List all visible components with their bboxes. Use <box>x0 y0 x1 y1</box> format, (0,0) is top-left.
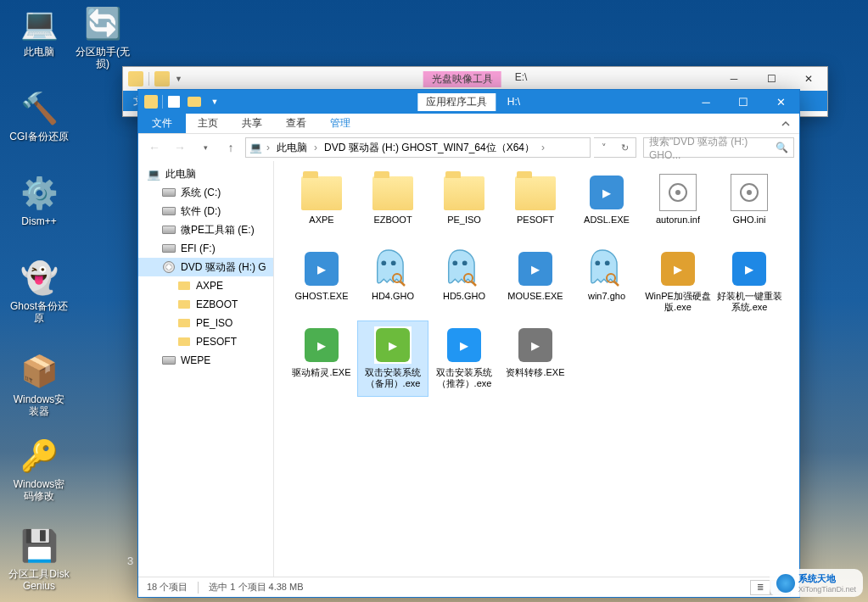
up-button[interactable]: ↑ <box>220 137 242 159</box>
tree-label: 此电脑 <box>165 167 196 181</box>
contextual-tool-label[interactable]: 应用程序工具 <box>417 93 496 111</box>
minimize-button[interactable]: ─ <box>715 67 753 91</box>
pc-icon: 💻 <box>147 167 160 181</box>
svg-line-15 <box>614 281 619 286</box>
file-item[interactable]: win7.gho <box>571 244 642 321</box>
desktop-icon-cgi[interactable]: 🔨CGI备份还原 <box>8 88 70 142</box>
tree-item[interactable]: PE_ISO <box>138 314 273 332</box>
back-button[interactable]: ← <box>143 137 165 159</box>
file-name: GHO.ini <box>732 215 765 226</box>
file-item[interactable]: ▸双击安装系统（备用）.exe <box>357 321 428 397</box>
nav-tree[interactable]: 💻此电脑系统 (C:)软件 (D:)微PE工具箱 (E:)EFI (F:)DVD… <box>138 161 274 577</box>
crumb-drive[interactable]: DVD 驱动器 (H:) GHOST_WIN7_64位（X64） <box>322 141 537 155</box>
refresh-button[interactable]: ↻ <box>615 138 636 157</box>
search-input[interactable]: 搜索"DVD 驱动器 (H:) GHO... 🔍 <box>643 137 794 158</box>
titlebar[interactable]: ▼ 光盘映像工具 E:\ ─ ☐ ✕ <box>123 67 827 91</box>
drive-icon <box>162 223 176 237</box>
details-view-button[interactable]: ≣ <box>750 580 770 595</box>
file-item[interactable]: ▸ADSL.EXE <box>571 168 642 244</box>
close-button[interactable]: ✕ <box>762 90 799 114</box>
recent-dropdown[interactable]: ▾ <box>194 137 216 159</box>
ribbon-tabs: 文件 主页 共享 查看 管理 <box>138 114 799 134</box>
search-icon[interactable]: 🔍 <box>776 142 788 153</box>
maximize-button[interactable]: ☐ <box>753 67 790 91</box>
file-item[interactable]: EZBOOT <box>357 168 428 244</box>
tree-label: EZBOOT <box>196 298 238 310</box>
chevron-right-icon[interactable]: › <box>311 142 320 153</box>
cd-icon <box>162 260 176 274</box>
qat-properties-icon[interactable] <box>165 92 183 111</box>
icon-label: CGI备份还原 <box>8 131 70 142</box>
ribbon-expand-icon[interactable] <box>772 114 799 133</box>
tree-item[interactable]: 软件 (D:) <box>138 202 273 220</box>
file-item[interactable]: AXPE <box>286 168 357 244</box>
chevron-right-icon[interactable]: › <box>264 142 272 153</box>
history-dropdown[interactable]: ˅ <box>594 138 615 157</box>
desktop-icon-partassist[interactable]: 🔄分区助手(无损) <box>72 3 133 70</box>
qat-folder-icon[interactable] <box>154 71 170 86</box>
desktop-icon-dism[interactable]: ⚙️Dism++ <box>8 173 70 227</box>
chevron-right-icon[interactable]: › <box>539 142 547 153</box>
file-pane[interactable]: AXPEEZBOOTPE_ISOPESOFT▸ADSL.EXEautorun.i… <box>274 161 799 577</box>
icon-label: Windows安装器 <box>8 393 70 418</box>
file-item[interactable]: PE_ISO <box>428 168 500 244</box>
tree-item[interactable]: EZBOOT <box>138 295 273 314</box>
minimize-button[interactable]: ─ <box>687 90 725 114</box>
desktop-icon-pwd[interactable]: 🔑Windows密码修改 <box>8 436 70 503</box>
drive-icon <box>162 242 176 255</box>
tab-home[interactable]: 主页 <box>186 114 230 133</box>
file-item[interactable]: autorun.inf <box>642 168 714 244</box>
file-item[interactable]: GHO.ini <box>714 168 785 244</box>
desktop-icon-ghost[interactable]: 👻Ghost备份还原 <box>8 258 70 325</box>
gho-icon <box>372 248 405 286</box>
file-item[interactable]: ▸WinPE加强硬盘版.exe <box>642 244 714 321</box>
maximize-button[interactable]: ☐ <box>725 90 762 114</box>
explorer-window-h[interactable]: ▼ 应用程序工具 H:\ ─ ☐ ✕ 文件 主页 共享 查看 管理 ← → ▾ … <box>137 89 800 598</box>
icon-label: Windows密码修改 <box>8 478 70 503</box>
file-name: HD4.GHO <box>372 291 414 302</box>
tab-share[interactable]: 共享 <box>230 114 274 133</box>
tree-label: DVD 驱动器 (H:) G <box>181 260 266 275</box>
tree-item[interactable]: EFI (F:) <box>138 239 273 258</box>
app-icon: ⚙️ <box>19 173 59 214</box>
tree-item[interactable]: DVD 驱动器 (H:) G <box>138 258 273 276</box>
svg-point-3 <box>747 190 752 195</box>
exe-icon: ▸ <box>303 326 340 364</box>
tree-label: 微PE工具箱 (E:) <box>181 223 255 237</box>
desktop-icon-thispc[interactable]: 💻此电脑 <box>8 3 70 58</box>
titlebar[interactable]: ▼ 应用程序工具 H:\ ─ ☐ ✕ <box>138 90 799 114</box>
tab-manage[interactable]: 管理 <box>318 114 362 133</box>
file-item[interactable]: ▸驱动精灵.EXE <box>286 321 357 397</box>
qat-overflow-icon[interactable]: ▼ <box>205 92 224 111</box>
file-item[interactable]: ▸双击安装系统（推荐）.exe <box>428 321 500 397</box>
forward-button[interactable]: → <box>169 137 191 159</box>
crumb-thispc[interactable]: 此电脑 <box>274 141 310 155</box>
file-item[interactable]: HD4.GHO <box>357 244 428 321</box>
pc-icon: 💻 <box>249 142 262 153</box>
tree-item[interactable]: PESOFT <box>138 332 273 351</box>
tree-item[interactable]: 系统 (C:) <box>138 183 273 202</box>
icon-label: Ghost备份还原 <box>8 300 70 325</box>
qat-newfolder-icon[interactable] <box>185 92 204 111</box>
file-item[interactable]: PESOFT <box>500 168 571 244</box>
status-sep <box>198 582 199 594</box>
file-item[interactable]: ▸资料转移.EXE <box>500 321 571 397</box>
tree-item[interactable]: AXPE <box>138 276 273 295</box>
tab-file[interactable]: 文件 <box>138 114 186 133</box>
app-icon: 🔄 <box>82 3 123 44</box>
file-item[interactable]: HD5.GHO <box>428 244 500 321</box>
tree-item[interactable]: 💻此电脑 <box>138 164 273 183</box>
file-item[interactable]: ▸MOUSE.EXE <box>500 244 571 321</box>
tab-view[interactable]: 查看 <box>274 114 318 133</box>
close-button[interactable]: ✕ <box>790 67 827 91</box>
icon-label: 此电脑 <box>8 46 70 58</box>
file-item[interactable]: ▸GHOST.EXE <box>286 244 357 321</box>
qat-overflow[interactable]: ▼ <box>175 75 182 83</box>
breadcrumb[interactable]: 💻 › 此电脑 › DVD 驱动器 (H:) GHOST_WIN7_64位（X6… <box>245 137 591 158</box>
exe-icon: ▸ <box>659 250 697 287</box>
tree-item[interactable]: WEPE <box>138 351 273 370</box>
desktop-icon-diskgenius[interactable]: 💾分区工具DiskGenius <box>8 526 70 593</box>
tree-item[interactable]: 微PE工具箱 (E:) <box>138 220 273 239</box>
file-item[interactable]: ▸好装机一键重装系统.exe <box>714 244 785 321</box>
desktop-icon-wininstall[interactable]: 📦Windows安装器 <box>8 351 70 418</box>
